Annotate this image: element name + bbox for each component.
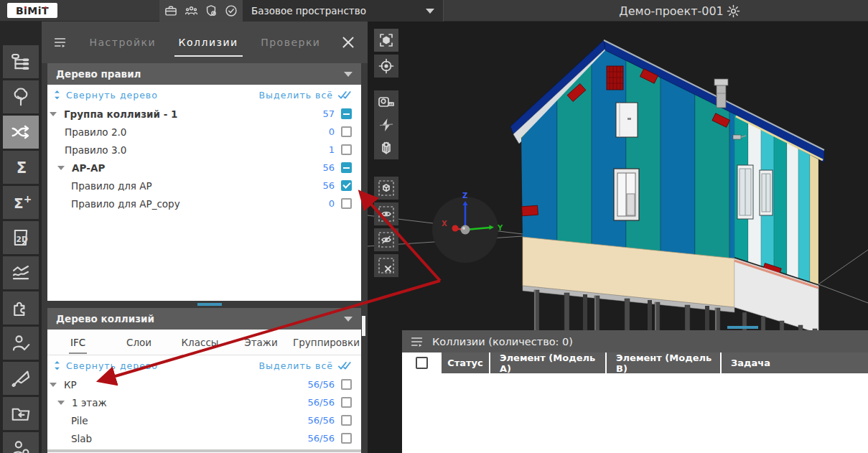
checkbox[interactable]	[341, 379, 352, 390]
checkbox[interactable]	[341, 126, 352, 137]
tree-row[interactable]: Правило 2.00	[47, 123, 361, 141]
tree-row-label: Slab	[71, 433, 92, 444]
measure-button[interactable]	[374, 90, 398, 113]
tool-collisions-shuffle[interactable]	[3, 116, 39, 149]
tool-site-tree[interactable]	[3, 80, 39, 113]
collapse-tree-button[interactable]: Свернуть дерево	[53, 90, 158, 101]
checkbox[interactable]	[341, 162, 352, 173]
checkbox[interactable]	[341, 397, 352, 408]
tree-row-label: Правило 2.0	[65, 126, 126, 138]
double-check-icon	[337, 90, 352, 100]
column-header[interactable]: Элемент (Модель A)	[490, 352, 607, 373]
tool-construction-trowel[interactable]	[3, 362, 39, 395]
tool-plugins[interactable]	[3, 291, 39, 324]
logo-dot	[45, 6, 47, 9]
hide-selection-button[interactable]	[374, 228, 398, 251]
clear-selection-button[interactable]	[374, 254, 398, 277]
tab-проверки[interactable]: Проверки	[259, 32, 322, 52]
tab-коллизии[interactable]: Коллизии	[177, 32, 240, 52]
vertical-scrollbar[interactable]	[362, 316, 365, 336]
shield-status-icon[interactable]	[202, 2, 220, 19]
tree-tab-классы[interactable]: Классы	[169, 330, 230, 355]
puzzle-icon	[10, 297, 32, 319]
fit-view-button[interactable]	[374, 29, 398, 52]
panel-menu-icon[interactable]	[52, 34, 68, 50]
clash-flash-button[interactable]	[374, 113, 398, 136]
rules-tree: Свернуть дерево Выделить всё Группа колл…	[47, 85, 361, 301]
tool-model-structure[interactable]	[3, 45, 39, 78]
user-check-icon	[10, 332, 32, 354]
expand-toggle-icon[interactable]	[49, 110, 57, 118]
column-header[interactable]: Статус	[442, 352, 490, 373]
checkbox[interactable]	[341, 108, 352, 119]
splitter-handle[interactable]	[197, 303, 222, 306]
tree-row-label: Правило для АР_copy	[71, 198, 180, 210]
collision-count: 56/56	[308, 379, 335, 390]
collision-table-panel: Коллизии (количество: 0) СтатусЭлемент (…	[402, 330, 868, 453]
expand-toggle-icon[interactable]	[57, 398, 65, 407]
tree-row[interactable]: АР-АР56	[47, 159, 361, 177]
tree-row[interactable]: 1 этаж56/56	[47, 393, 361, 411]
select-all-checkbox[interactable]	[416, 357, 428, 369]
tree-tab-ifc[interactable]: IFC	[47, 330, 108, 355]
chevron-down-icon	[344, 72, 353, 77]
2d-sheet-icon: 2D	[10, 227, 32, 248]
tool-export-folder[interactable]	[3, 397, 39, 430]
collision-count: 56	[322, 162, 335, 173]
briefcase-icon[interactable]	[162, 2, 179, 19]
collision-count: 56	[322, 180, 335, 191]
horizontal-scrollbar[interactable]	[47, 449, 361, 452]
expand-toggle-icon[interactable]	[57, 164, 65, 172]
check-circle-icon[interactable]	[223, 2, 240, 19]
column-header[interactable]: Элемент (Модель B)	[607, 352, 722, 373]
tree-row[interactable]: Pile56/56	[47, 411, 361, 429]
tree-tab-группировки[interactable]: Группировки	[291, 330, 361, 355]
tree-row-label: 1 этаж	[72, 397, 107, 408]
checkbox[interactable]	[341, 180, 352, 191]
show-selection-button[interactable]	[374, 202, 398, 225]
tool-user-location[interactable]	[3, 432, 39, 453]
checkbox[interactable]	[341, 144, 352, 155]
tool-charts[interactable]	[3, 256, 39, 289]
rules-tree-header[interactable]: Дерево правил	[47, 63, 361, 85]
tree-tab-слои[interactable]: Слои	[108, 330, 169, 355]
tool-2d-view[interactable]: 2D	[3, 221, 39, 254]
checkbox[interactable]	[341, 433, 352, 444]
tree-row[interactable]: Правило для АР_copy0	[47, 195, 361, 213]
collapse-tree-button[interactable]: Свернуть дерево	[53, 360, 158, 371]
checkbox[interactable]	[341, 198, 352, 209]
tool-user-check[interactable]	[3, 327, 39, 360]
tree-row[interactable]: Правило 3.01	[47, 141, 361, 159]
table-menu-icon[interactable]	[409, 334, 425, 350]
tree-row[interactable]: Правило для АР56	[47, 177, 361, 195]
navigation-gizmo[interactable]: Z Y X	[432, 192, 503, 263]
tool-sum-add[interactable]: Σ+	[3, 186, 39, 219]
select-all-button[interactable]: Выделить всё	[259, 360, 352, 371]
tree-row[interactable]: Группа коллизий - 157	[47, 105, 361, 123]
column-header[interactable]: Задача	[722, 352, 868, 373]
table-panel-resize-handle[interactable]	[727, 326, 758, 329]
tree-row[interactable]: КР56/56	[47, 375, 361, 393]
workspace-select[interactable]: Базовое пространство	[243, 0, 444, 22]
collisions-tree-header[interactable]: Дерево коллизий	[47, 308, 361, 330]
collision-table-body	[402, 373, 868, 453]
tool-sum[interactable]: Σ	[3, 151, 39, 184]
select-all-cell	[402, 352, 442, 373]
select-all-button[interactable]: Выделить всё	[259, 90, 352, 101]
tree-row-label: Pile	[71, 415, 88, 426]
tab-настройки[interactable]: Настройки	[88, 32, 157, 52]
close-icon[interactable]	[342, 36, 355, 49]
checkbox[interactable]	[341, 415, 352, 426]
bimit-logo[interactable]: BiMiT	[7, 3, 57, 18]
expand-toggle-icon[interactable]	[49, 380, 57, 389]
section-box-button[interactable]	[374, 136, 398, 159]
tree-row[interactable]: Slab56/56	[47, 429, 361, 447]
orbit-target-button[interactable]	[374, 55, 398, 78]
panel-splitter[interactable]	[42, 301, 368, 308]
team-icon[interactable]	[182, 2, 200, 19]
tree-tab-этажи[interactable]: Этажи	[230, 330, 291, 355]
chevron-down-icon	[426, 9, 434, 14]
gear-icon[interactable]	[726, 4, 741, 19]
isolate-selection-button[interactable]	[374, 177, 398, 200]
svg-text:2D: 2D	[17, 235, 28, 244]
